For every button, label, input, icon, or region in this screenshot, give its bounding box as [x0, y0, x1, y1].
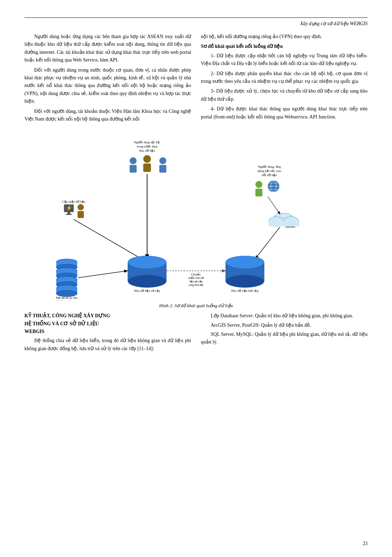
svg-point-5 [143, 155, 151, 163]
right-point-2: 2- Dữ liệu được phân quyền khai thác cho… [201, 70, 368, 86]
svg-text:dữ liệu nghiệp vụ: dữ liệu nghiệp vụ [56, 300, 78, 301]
svg-point-37 [128, 275, 166, 288]
svg-text:⚡: ⚡ [66, 205, 72, 211]
svg-rect-11 [67, 212, 70, 214]
svg-rect-15 [78, 211, 84, 218]
svg-point-14 [78, 204, 84, 210]
right-point-3: 3- Dữ liệu được xử lý, chọn lọc và chuyể… [201, 87, 368, 103]
diagram-container: Người dùng nội bộ, trong nước khai thác … [39, 133, 353, 301]
svg-text:Cập nhật dữ liệu: Cập nhật dữ liệu [62, 200, 86, 203]
svg-text:đổi dữ liệu: đổi dữ liệu [262, 173, 277, 177]
svg-point-38 [128, 256, 166, 268]
bottom-section: KỸ THUẬT, CÔNG NGHỆ XÂY DỰNG HỆ THỐNG VÀ… [24, 312, 368, 354]
right-intro: nội bộ, kết nối đường mạng riêng ảo (VPN… [201, 33, 368, 41]
svg-point-7 [159, 157, 166, 164]
left-column: Người dùng hoặc ứng dụng các bên tham gi… [24, 33, 191, 125]
svg-rect-4 [130, 165, 137, 173]
section-heading-flow: Sơ đồ khái quát kết nối luồng dữ liệu [201, 43, 368, 50]
bottom-section-title: KỸ THUẬT, CÔNG NGHỆ XÂY DỰNG HỆ THỐNG VÀ… [24, 312, 191, 335]
left-para-2: Đối với người dùng trong nước thuộc cơ q… [24, 66, 191, 106]
bottom-right-para-1: Lớp Database Server: Quản trị kho dữ liệ… [201, 312, 368, 320]
bottom-left-para: Hệ thống chia sẻ dữ liệu biển, trong đó … [24, 337, 191, 353]
svg-text:Người dùng, ứng: Người dùng, ứng [258, 165, 281, 168]
bottom-right-para-2: ArcGIS Server, PostGIS: Quản lý dữ liệu … [201, 321, 368, 329]
svg-rect-6 [143, 164, 151, 172]
svg-text:Kết nối từ các kho: Kết nối từ các kho [56, 296, 78, 299]
page: Xây dựng cơ sở dữ liệu WEBGIS Người dùng… [0, 0, 392, 557]
right-column: nội bộ, kết nối đường mạng riêng ảo (VPN… [201, 33, 368, 125]
svg-text:thác dữ liệu: thác dữ liệu [139, 149, 155, 152]
two-column-layout: Người dùng hoặc ứng dụng các bên tham gi… [24, 33, 368, 125]
bottom-right-column: Lớp Database Server: Quản trị kho dữ liệ… [201, 312, 368, 354]
svg-point-45 [226, 256, 264, 268]
svg-text:Kho dữ liệu thứ cấp: Kho dữ liệu thứ cấp [231, 289, 259, 292]
svg-point-65 [56, 290, 77, 297]
left-para-1: Người dùng hoặc ứng dụng các bên tham gi… [24, 33, 191, 64]
header-rule [24, 17, 368, 18]
header-title: Xây dựng cơ sở dữ liệu WEBGIS [300, 21, 368, 26]
figure-area: Người dùng nội bộ, trong nước khai thác … [24, 133, 368, 309]
bottom-left-column: KỸ THUẬT, CÔNG NGHỆ XÂY DỰNG HỆ THỐNG VÀ… [24, 312, 191, 354]
figure-caption: Hình 2. Sơ đồ khái quát luồng dữ liệu [159, 303, 233, 309]
svg-line-34 [255, 227, 280, 259]
diagram-svg: Người dùng nội bộ, trong nước khai thác … [39, 133, 353, 301]
svg-rect-32 [269, 222, 299, 226]
svg-text:sang thứ cấp: sang thứ cấp [189, 283, 203, 287]
svg-line-16 [74, 219, 147, 262]
svg-point-21 [255, 181, 262, 188]
page-header: Xây dựng cơ sở dữ liệu WEBGIS [24, 21, 368, 27]
svg-text:Kho dữ liệu sơ cấp: Kho dữ liệu sơ cấp [134, 289, 160, 292]
svg-text:Người dùng nội bộ,: Người dùng nội bộ, [134, 140, 160, 144]
svg-rect-8 [159, 165, 166, 173]
svg-rect-12 [66, 214, 72, 215]
svg-line-68 [78, 271, 127, 278]
svg-text:liệu sơ cấp: liệu sơ cấp [189, 280, 203, 283]
svg-point-44 [226, 275, 264, 288]
left-para-3: Đối với người dùng, tài khoản thuộc Viện… [24, 108, 191, 123]
svg-text:dụng kết nối, trao: dụng kết nối, trao [257, 169, 282, 173]
page-number: 23 [363, 541, 368, 547]
svg-text:kiểm soát dữ: kiểm soát dữ [188, 276, 204, 280]
svg-rect-22 [255, 189, 262, 196]
right-point-1: 1- Dữ liệu được cập nhật bởi cán bộ nghi… [201, 52, 368, 68]
svg-text:trong nước khai: trong nước khai [137, 145, 158, 148]
svg-line-33 [268, 196, 280, 214]
svg-text:Chuyển,: Chuyển, [191, 272, 201, 276]
svg-point-3 [130, 157, 137, 164]
bottom-right-para-3: SQL Server, MySQL: Quản lý dữ liệu phi k… [201, 331, 368, 346]
right-point-4: 4- Dữ liệu được khai thác thông qua ngườ… [201, 105, 368, 121]
